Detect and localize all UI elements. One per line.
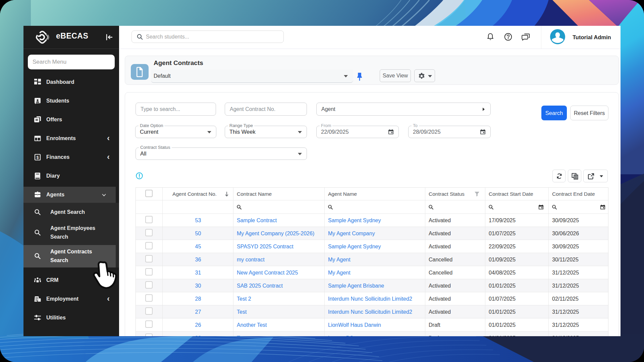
svg-text:$: $ bbox=[37, 155, 39, 160]
